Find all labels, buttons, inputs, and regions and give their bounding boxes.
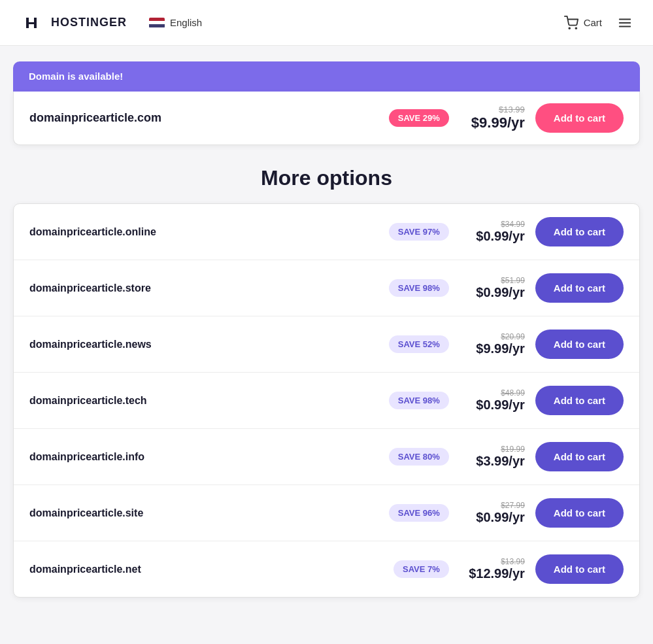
option-domain-name-4: domainpricearticle.info xyxy=(29,451,378,463)
featured-add-to-cart-button[interactable]: Add to cart xyxy=(535,103,624,133)
logo-text: HOSTINGER xyxy=(51,16,127,29)
option-price-block-6: $13.99 $12.99/yr xyxy=(460,557,525,581)
cart-icon xyxy=(564,16,578,30)
hostinger-logo-icon xyxy=(21,11,44,35)
option-original-price-1: $51.99 xyxy=(460,276,525,285)
option-price-block-3: $48.99 $0.99/yr xyxy=(460,388,525,413)
option-price-block-4: $19.99 $3.99/yr xyxy=(460,445,525,469)
featured-price-block: $13.99 $9.99/yr xyxy=(460,105,525,131)
option-domain-name-3: domainpricearticle.tech xyxy=(29,395,378,407)
option-add-to-cart-button-0[interactable]: Add to cart xyxy=(535,217,624,246)
hamburger-icon[interactable] xyxy=(618,16,632,30)
more-options-title: More options xyxy=(13,166,640,190)
option-row: domainpricearticle.tech SAVE 98% $48.99 … xyxy=(14,373,639,429)
option-add-to-cart-button-3[interactable]: Add to cart xyxy=(535,386,624,415)
header-right: Cart xyxy=(564,16,632,30)
main-content: Domain is available! domainpricearticle.… xyxy=(0,61,653,624)
svg-point-1 xyxy=(569,27,570,29)
option-save-badge-1: SAVE 98% xyxy=(389,279,449,297)
option-discounted-price-2: $9.99/yr xyxy=(460,341,525,356)
featured-discounted-price: $9.99/yr xyxy=(460,114,525,131)
option-row: domainpricearticle.store SAVE 98% $51.99… xyxy=(14,260,639,316)
option-save-badge-4: SAVE 80% xyxy=(389,448,449,466)
option-domain-name-2: domainpricearticle.news xyxy=(29,339,378,350)
option-save-badge-6: SAVE 7% xyxy=(393,560,449,578)
option-save-badge-5: SAVE 96% xyxy=(389,504,449,522)
option-price-block-2: $20.99 $9.99/yr xyxy=(460,332,525,356)
option-add-to-cart-button-4[interactable]: Add to cart xyxy=(535,442,624,471)
option-original-price-4: $19.99 xyxy=(460,445,525,454)
flag-icon xyxy=(149,18,165,28)
header: HOSTINGER English Cart xyxy=(0,0,653,46)
option-original-price-0: $34.99 xyxy=(460,220,525,229)
option-original-price-2: $20.99 xyxy=(460,332,525,341)
featured-original-price: $13.99 xyxy=(460,105,525,114)
option-domain-name-5: domainpricearticle.site xyxy=(29,507,378,519)
option-price-block-1: $51.99 $0.99/yr xyxy=(460,276,525,300)
option-save-badge-3: SAVE 98% xyxy=(389,392,449,409)
featured-save-badge: SAVE 29% xyxy=(389,109,449,127)
featured-domain-name: domainpricearticle.com xyxy=(29,111,378,125)
option-price-block-0: $34.99 $0.99/yr xyxy=(460,220,525,244)
option-discounted-price-6: $12.99/yr xyxy=(460,566,525,581)
cart-button[interactable]: Cart xyxy=(564,16,602,30)
option-discounted-price-3: $0.99/yr xyxy=(460,398,525,413)
option-row: domainpricearticle.net SAVE 7% $13.99 $1… xyxy=(14,541,639,597)
option-row: domainpricearticle.info SAVE 80% $19.99 … xyxy=(14,429,639,485)
domain-available-banner: Domain is available! xyxy=(13,61,640,92)
featured-domain-card: domainpricearticle.com SAVE 29% $13.99 $… xyxy=(13,92,640,145)
logo-area[interactable]: HOSTINGER xyxy=(21,11,127,35)
cart-label: Cart xyxy=(584,17,602,28)
language-selector[interactable]: English xyxy=(142,13,209,32)
option-add-to-cart-button-1[interactable]: Add to cart xyxy=(535,273,624,303)
option-original-price-6: $13.99 xyxy=(460,557,525,566)
option-domain-name-1: domainpricearticle.store xyxy=(29,282,378,294)
banner-message: Domain is available! xyxy=(29,71,123,82)
option-add-to-cart-button-5[interactable]: Add to cart xyxy=(535,498,624,528)
option-save-badge-2: SAVE 52% xyxy=(389,335,449,353)
option-domain-name-6: domainpricearticle.net xyxy=(29,564,383,575)
option-price-block-5: $27.99 $0.99/yr xyxy=(460,501,525,525)
language-label: English xyxy=(170,17,202,28)
option-discounted-price-1: $0.99/yr xyxy=(460,285,525,300)
option-discounted-price-4: $3.99/yr xyxy=(460,454,525,469)
option-row: domainpricearticle.online SAVE 97% $34.9… xyxy=(14,204,639,260)
option-row: domainpricearticle.news SAVE 52% $20.99 … xyxy=(14,316,639,373)
svg-point-2 xyxy=(575,27,577,29)
option-discounted-price-0: $0.99/yr xyxy=(460,229,525,244)
options-table: domainpricearticle.online SAVE 97% $34.9… xyxy=(13,203,640,598)
option-add-to-cart-button-2[interactable]: Add to cart xyxy=(535,330,624,359)
option-add-to-cart-button-6[interactable]: Add to cart xyxy=(535,554,624,584)
option-domain-name-0: domainpricearticle.online xyxy=(29,226,378,238)
option-row: domainpricearticle.site SAVE 96% $27.99 … xyxy=(14,485,639,541)
option-save-badge-0: SAVE 97% xyxy=(389,223,449,241)
option-original-price-5: $27.99 xyxy=(460,501,525,510)
option-original-price-3: $48.99 xyxy=(460,388,525,398)
option-discounted-price-5: $0.99/yr xyxy=(460,510,525,525)
